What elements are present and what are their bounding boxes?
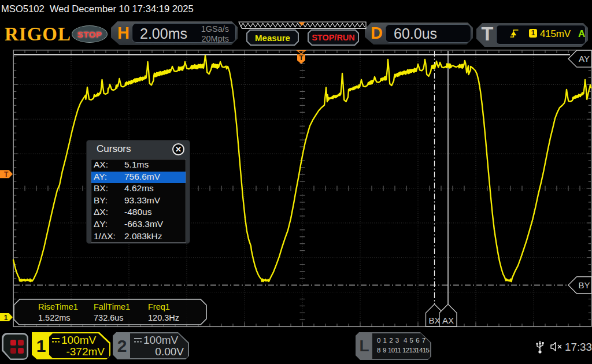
svg-text:BX: BX [428,315,440,325]
svg-text:AX: AX [442,315,454,325]
svg-text:T: T [299,54,303,61]
svg-text:1: 1 [4,314,8,322]
svg-text:BY: BY [578,280,590,290]
svg-text:T: T [4,170,9,179]
svg-text:AY: AY [579,54,590,64]
